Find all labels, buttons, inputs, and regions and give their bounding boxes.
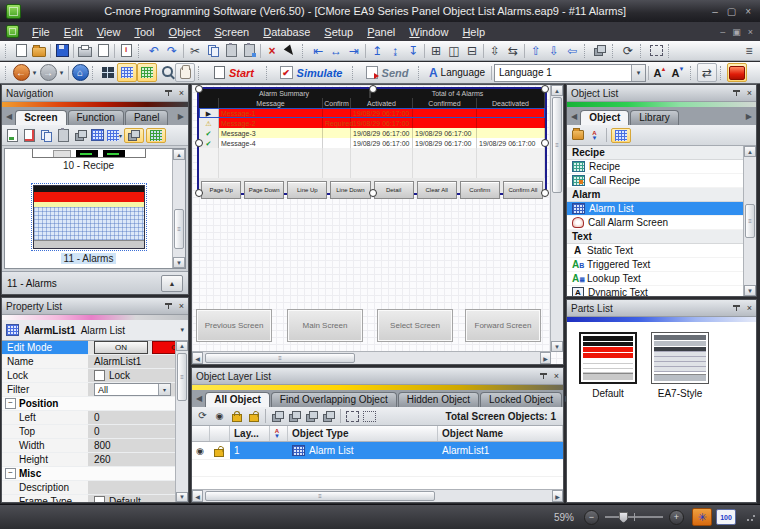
scroll-up-button[interactable]: ▲ [744, 146, 756, 157]
scrollbar-thumb[interactable]: ≡ [174, 209, 184, 249]
group-text[interactable]: Text [567, 230, 743, 244]
select-objects-button[interactable] [345, 410, 360, 423]
scroll-left-button[interactable]: ◀ [192, 352, 203, 364]
eye-icon[interactable]: ◉ [196, 446, 204, 456]
split-horizontal-button[interactable]: ⊟ [463, 42, 481, 59]
property-row-description[interactable]: Description [2, 481, 176, 495]
mdi-close-button[interactable]: × [748, 27, 753, 37]
redo-button[interactable]: ↷ [163, 42, 181, 59]
resize-handle[interactable] [541, 189, 549, 197]
scroll-down-button[interactable]: ▼ [551, 341, 563, 352]
maximize-button[interactable]: ▢ [727, 6, 736, 17]
part-default[interactable]: Default [579, 332, 637, 399]
resize-handle[interactable] [541, 85, 549, 93]
tab-function[interactable]: Function [68, 110, 124, 125]
back-history-dropdown[interactable]: ▾ [30, 64, 39, 81]
collapse-up-button[interactable]: ▲ [161, 275, 183, 292]
transfer-button[interactable]: ⇄ [697, 63, 717, 82]
menu-object[interactable]: Object [162, 25, 208, 39]
tab-scroll-left-icon[interactable]: ◀ [194, 394, 204, 403]
tab-all-object[interactable]: All Object [205, 392, 270, 407]
property-group-misc[interactable]: − Misc [2, 467, 176, 481]
combo-dropdown-button[interactable]: ▾ [158, 384, 170, 395]
forward-history-dropdown[interactable]: ▾ [57, 64, 66, 81]
delete-screen-button[interactable] [22, 129, 37, 142]
show-grid-button[interactable] [117, 63, 137, 82]
menu-panel[interactable]: Panel [360, 25, 402, 39]
same-height-button[interactable]: ⇳ [486, 42, 504, 59]
snap-mode-button[interactable]: ✳ [692, 508, 712, 526]
tab-scroll-left-icon[interactable]: ◀ [569, 112, 579, 121]
toolbar-drag-grip[interactable] [5, 44, 9, 58]
column-layer[interactable]: Lay... [230, 426, 270, 441]
object-item-alarm-list[interactable]: Alarm List [567, 202, 743, 216]
undo-button[interactable]: ↶ [145, 42, 163, 59]
menu-edit[interactable]: Edit [57, 25, 90, 39]
zoom-tool-button[interactable] [157, 64, 175, 81]
align-right-button[interactable]: ⇥ [345, 42, 363, 59]
scroll-right-button[interactable]: ▶ [552, 490, 563, 502]
tile-windows-button[interactable]: ⊞ [427, 42, 445, 59]
copy-screen-button[interactable] [39, 129, 54, 142]
deselect-objects-button[interactable] [362, 410, 377, 423]
property-row-width[interactable]: Width 800 [2, 439, 176, 453]
resize-handle[interactable] [195, 85, 203, 93]
resize-handle[interactable] [541, 139, 549, 147]
property-group-position[interactable]: − Position [2, 397, 176, 411]
mdi-minimize-button[interactable]: – [720, 27, 725, 37]
align-center-button[interactable]: ↔ [327, 42, 345, 59]
language-select[interactable]: Language 1 ▾ [494, 64, 646, 82]
nudge-left-button[interactable]: ⇦ [563, 42, 581, 59]
combo-dropdown-button[interactable]: ▾ [631, 65, 645, 81]
group-alarm[interactable]: Alarm [567, 188, 743, 202]
menu-screen[interactable]: Screen [207, 25, 256, 39]
screen-thumbnail-alarms[interactable] [31, 183, 147, 251]
scrollbar-thumb[interactable]: ≡ [205, 491, 435, 501]
tab-library[interactable]: Library [630, 110, 679, 125]
align-top-button[interactable]: ↥ [368, 42, 386, 59]
zoom-100-button[interactable]: 100 [716, 509, 736, 525]
scroll-down-button[interactable]: ▼ [176, 492, 188, 502]
forward-screen-object[interactable]: Forward Screen [465, 309, 541, 342]
scroll-down-button[interactable]: ▼ [173, 257, 185, 268]
scrollbar-thumb[interactable]: ≡ [205, 353, 355, 363]
start-button[interactable]: Start [205, 64, 263, 81]
property-row-name[interactable]: Name AlarmList1 [2, 355, 176, 369]
print-button[interactable] [76, 42, 94, 59]
align-middle-button[interactable]: ↨ [386, 42, 404, 59]
tab-object[interactable]: Object [580, 110, 629, 125]
property-row-filter[interactable]: Filter All ▾ [2, 383, 176, 397]
collapse-icon[interactable]: − [5, 398, 16, 409]
property-row-top[interactable]: Top 0 [2, 425, 176, 439]
object-item-call-alarm-screen[interactable]: Call Alarm Screen [567, 216, 743, 230]
canvas-horizontal-scrollbar[interactable]: ◀ ≡ ▶ [192, 351, 551, 364]
scroll-up-button[interactable]: ▲ [551, 85, 563, 96]
layer-horizontal-scrollbar[interactable]: ◀ ≡ ▶ [192, 489, 563, 502]
scroll-down-button[interactable]: ▼ [744, 285, 756, 296]
pin-icon[interactable] [732, 89, 741, 98]
align-bottom-button[interactable]: ↧ [404, 42, 422, 59]
paste-special-button[interactable] [240, 42, 258, 59]
resize-handle[interactable] [195, 139, 203, 147]
mdi-restore-button[interactable]: ▣ [732, 27, 741, 37]
new-project-button[interactable] [12, 42, 30, 59]
collapse-icon[interactable]: − [5, 468, 16, 479]
property-row-lock[interactable]: Lock Lock [2, 369, 176, 383]
copy-button[interactable] [204, 42, 222, 59]
zoom-out-button[interactable]: − [584, 510, 599, 525]
unlock-object-button[interactable] [246, 410, 261, 423]
scrollbar-thumb[interactable]: ≡ [552, 97, 562, 193]
back-button[interactable]: ← [12, 64, 30, 81]
open-project-button[interactable] [30, 42, 48, 59]
same-width-button[interactable]: ⇆ [504, 42, 522, 59]
property-row-left[interactable]: Left 0 [2, 411, 176, 425]
zoom-in-button[interactable]: + [669, 510, 684, 525]
menu-tool[interactable]: Tool [127, 25, 161, 39]
menu-file[interactable]: File [25, 25, 57, 39]
scroll-up-button[interactable]: ▲ [176, 341, 188, 351]
minimize-button[interactable]: – [712, 6, 718, 17]
column-object-name[interactable]: Object Name [438, 426, 563, 441]
tab-scroll-right-icon[interactable]: ▶ [176, 112, 186, 121]
bring-to-front-button[interactable] [270, 410, 285, 423]
main-screen-object[interactable]: Main Screen [287, 309, 363, 342]
